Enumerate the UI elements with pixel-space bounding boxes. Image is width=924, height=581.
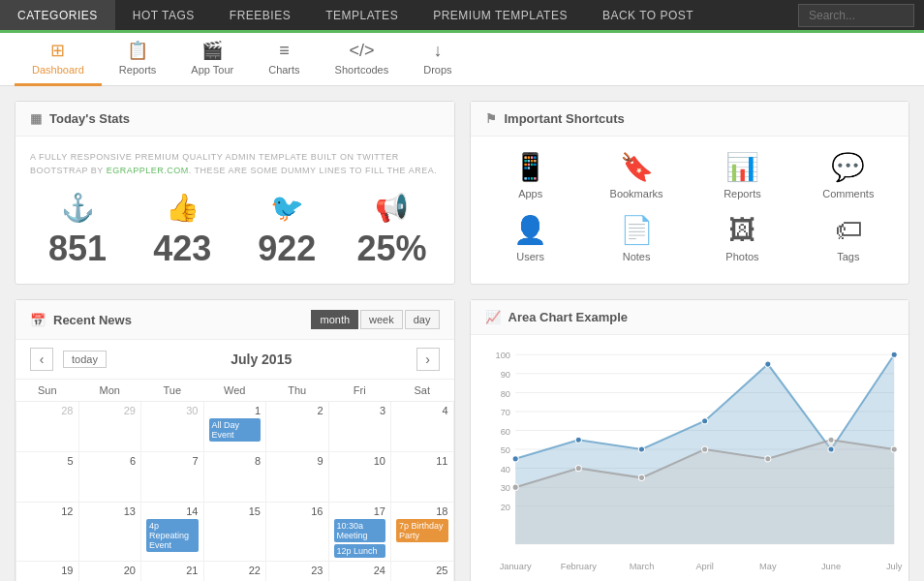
stat-twitter: 🐦 922 [239,192,334,269]
table-row[interactable]: 16 [266,503,329,562]
sub-nav: ⊞ Dashboard 📋 Reports 🎬 App Tour ≡ Chart… [0,33,924,86]
table-row[interactable]: 187p Birthday Party [391,503,454,562]
table-row[interactable]: 12 [16,503,79,562]
shortcut-tags[interactable]: 🏷 Tags [803,214,894,262]
table-row[interactable]: 11 [391,452,454,503]
shortcut-bookmarks[interactable]: 🔖 Bookmarks [591,151,682,199]
svg-text:60: 60 [500,427,509,437]
stat-likes: 👍 423 [135,192,230,269]
chart-card-header: 📈 Area Chart Example [471,300,909,335]
chart-card-title: Area Chart Example [508,310,629,324]
stat-twitter-value: 922 [258,229,316,269]
stats-card: ▦ Today's Stats A FULLY RESPONSIVE PREMI… [15,101,455,285]
nav-hot-tags[interactable]: HOT TAGS [115,0,212,30]
table-row[interactable]: 3 [328,402,391,452]
comments-icon: 💬 [831,151,865,183]
table-row[interactable]: 30 [141,402,204,452]
cal-header-thu: Thu [266,380,329,402]
main-content: ▦ Today's Stats A FULLY RESPONSIVE PREMI… [0,86,924,581]
table-row[interactable]: 24 [328,562,391,582]
tab-drops[interactable]: ↓ Drops [406,33,469,86]
svg-text:50: 50 [500,445,509,455]
table-row[interactable]: 22 [203,562,266,582]
svg-point-28 [512,484,518,490]
table-row[interactable]: 2 [266,402,329,452]
table-row[interactable]: 9 [266,452,329,503]
shortcut-tags-label: Tags [837,251,859,262]
table-row[interactable]: 21 [141,562,204,582]
nav-templates[interactable]: Templates [308,0,416,30]
table-row[interactable]: 1All Day Event [203,402,266,452]
tab-dashboard[interactable]: ⊞ Dashboard [15,33,102,86]
table-row[interactable]: 1710:30a Meeting12p Lunch [328,503,391,562]
table-row[interactable]: 7 [141,452,204,503]
table-row[interactable]: 8 [203,452,266,503]
table-row[interactable]: 144p Repeating Event [141,503,204,562]
svg-text:April: April [695,562,714,571]
table-row[interactable]: 15 [203,503,266,562]
svg-point-34 [891,446,897,452]
news-card-title: Recent News [53,313,132,327]
drops-icon: ↓ [433,41,442,61]
table-row[interactable]: 4 [391,402,454,452]
shortcuts-card-header: ⚑ Important Shortcuts [471,102,909,137]
svg-point-23 [638,446,644,452]
thumbsup-icon: 👍 [166,192,200,224]
shortcut-photos[interactable]: 🖼 Photos [696,214,787,262]
table-row[interactable]: 10 [328,452,391,503]
table-row[interactable]: 29 [78,402,141,452]
calendar-grid: Sun Mon Tue Wed Thu Fri Sat 2829301All D… [15,380,454,581]
area-chart-svg: 2030405060708090100JanuaryFebruaryMarchA… [476,345,905,574]
table-row[interactable]: 13 [78,503,141,562]
shortcuts-card-title: Important Shortcuts [505,111,625,126]
news-card-header: 📅 Recent News month week day [15,300,454,340]
nav-back-to-post[interactable]: Back to Post [585,0,711,30]
cal-month-btn[interactable]: month [311,310,358,329]
nav-premium-templates[interactable]: Premium Templates [416,0,585,30]
stats-card-body: A FULLY RESPONSIVE PREMIUM QUALITY ADMIN… [15,137,454,284]
table-row[interactable]: 23 [266,562,329,582]
cal-week-btn[interactable]: week [360,310,403,329]
svg-text:March: March [629,562,654,571]
shortcodes-icon: </> [349,41,374,61]
table-row[interactable]: 19 [16,562,79,582]
table-row[interactable]: 6 [78,452,141,503]
cal-day-btn[interactable]: day [405,310,440,329]
svg-text:40: 40 [500,465,509,474]
table-row[interactable]: 5 [16,452,79,503]
svg-text:100: 100 [495,351,509,360]
shortcut-notes[interactable]: 📄 Notes [591,214,682,262]
search-input[interactable] [798,4,914,27]
svg-text:90: 90 [500,370,509,380]
cal-header-tue: Tue [141,380,204,402]
cal-next-btn[interactable]: › [416,348,440,371]
cal-header-mon: Mon [78,380,141,402]
table-row[interactable]: 25 [391,562,454,582]
shortcut-apps[interactable]: 📱 Apps [485,151,576,199]
shortcut-photos-label: Photos [725,251,758,262]
nav-freebies[interactable]: FREEBIES [212,0,308,30]
cal-today-btn[interactable]: today [63,351,107,368]
stat-anchor: ⚓ 851 [30,192,125,269]
tab-reports[interactable]: 📋 Reports [102,33,174,86]
nav-categories[interactable]: CATEGORIES [0,0,115,30]
tab-app-tour[interactable]: 🎬 App Tour [173,33,251,86]
cal-month-title: July 2015 [116,352,407,367]
shortcut-comments[interactable]: 💬 Comments [803,151,894,199]
tab-shortcodes[interactable]: </> Shortcodes [318,33,407,86]
svg-text:70: 70 [500,408,509,417]
table-row[interactable]: 28 [16,402,79,452]
app-tour-icon: 🎬 [201,40,223,61]
bookmarks-icon: 🔖 [620,151,654,183]
shortcut-reports[interactable]: 📊 Reports [696,151,787,199]
stats-header-icon: ▦ [30,111,42,126]
users-icon: 👤 [513,214,547,246]
shortcut-apps-label: Apps [518,188,542,199]
tab-charts[interactable]: ≡ Charts [251,33,317,86]
table-row[interactable]: 20 [78,562,141,582]
cal-prev-btn[interactable]: ‹ [30,348,53,371]
shortcuts-grid: 📱 Apps 🔖 Bookmarks 📊 Reports 💬 Comments … [485,151,895,262]
tab-reports-label: Reports [119,64,157,76]
photos-icon: 🖼 [728,214,755,246]
shortcut-users[interactable]: 👤 Users [485,214,576,262]
